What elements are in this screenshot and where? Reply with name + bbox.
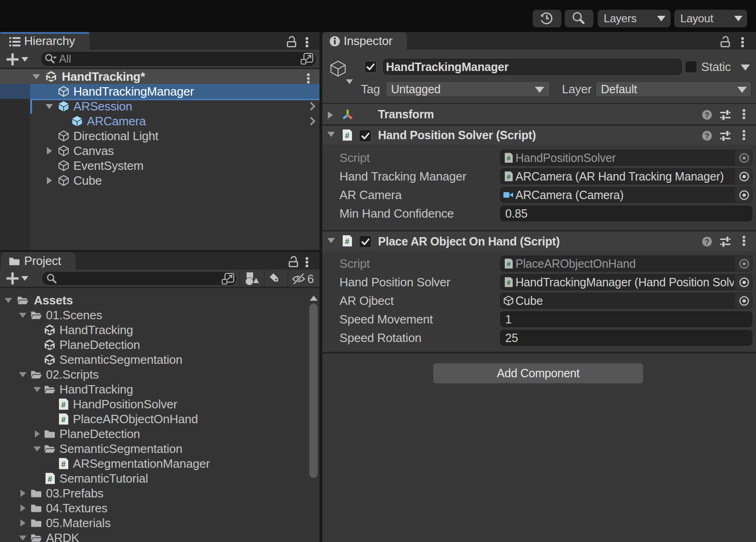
svg-text:#: #	[345, 131, 350, 140]
svg-text:?: ?	[705, 238, 710, 246]
svg-text:?: ?	[705, 111, 710, 119]
svg-text:#: #	[507, 173, 511, 181]
svg-text:#: #	[507, 154, 511, 162]
svg-text:#: #	[61, 415, 66, 424]
svg-text:#: #	[48, 475, 52, 484]
svg-text:#: #	[61, 400, 66, 409]
svg-text:#: #	[345, 237, 350, 246]
svg-text:?: ?	[705, 132, 710, 140]
svg-text:#: #	[507, 278, 511, 286]
svg-text:#: #	[507, 260, 511, 268]
svg-text:#: #	[61, 460, 66, 469]
